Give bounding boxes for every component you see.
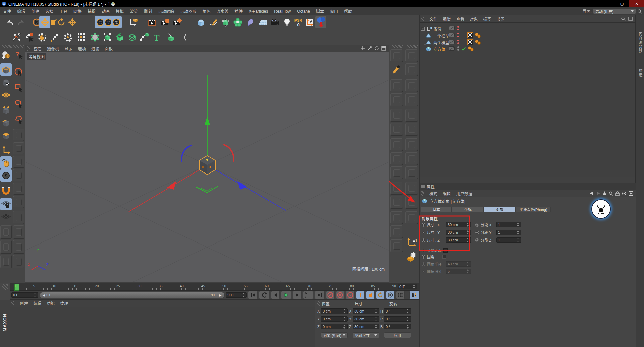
search-icon[interactable] — [609, 191, 613, 196]
menu-realflow[interactable]: RealFlow — [271, 9, 294, 14]
magnet-snap-button[interactable] — [0, 184, 12, 196]
tool-slot[interactable] — [0, 240, 12, 254]
menu-sculpt[interactable]: 雕刻 — [141, 8, 155, 14]
om-menu-edit[interactable]: 编辑 — [443, 16, 451, 22]
segments-z-input[interactable]: 1 — [496, 237, 521, 243]
segments-y-input[interactable]: 1 — [496, 230, 521, 235]
snap-enable-button[interactable]: S — [0, 169, 12, 182]
redo-button[interactable] — [15, 16, 26, 28]
end-frame-field[interactable]: 90 F — [226, 292, 247, 298]
tool-slot[interactable] — [390, 239, 403, 252]
om-menu-tags[interactable]: 标签 — [483, 16, 491, 22]
tool-slot[interactable] — [390, 138, 403, 151]
object-row-model1[interactable]: 一个模型 — [426, 32, 449, 39]
frame-icon[interactable] — [628, 16, 633, 21]
tool-slot[interactable] — [405, 79, 418, 92]
menu-pipeline[interactable]: 流水线 — [213, 8, 231, 14]
tool-slot[interactable] — [390, 49, 403, 62]
size-mode-dropdown[interactable]: 绝对尺寸 — [353, 332, 379, 338]
tool-slot[interactable] — [13, 183, 24, 195]
tool-slot[interactable] — [405, 152, 418, 165]
lasso-selection-button[interactable] — [13, 97, 24, 110]
object-row-cube[interactable]: 立方体 — [426, 46, 445, 52]
menu-octane[interactable]: Octane — [294, 9, 313, 14]
next-frame-button[interactable] — [293, 291, 302, 299]
position-y-input[interactable]: 0 cm — [321, 316, 348, 322]
record-circle[interactable] — [475, 231, 479, 234]
dots-tag-icon[interactable] — [467, 46, 474, 52]
mat-menu-create[interactable]: 创建 — [20, 300, 28, 306]
object-row-backup[interactable]: 0 备份 — [421, 26, 441, 32]
record-circle[interactable] — [422, 238, 425, 242]
editor-visibility-dot[interactable] — [457, 26, 459, 28]
object-name[interactable]: 两个模型 — [433, 40, 449, 45]
axis-mode-button[interactable] — [0, 144, 12, 156]
undo-button[interactable] — [4, 16, 15, 28]
menu-script[interactable]: 脚本 — [313, 8, 327, 14]
tool-slot[interactable] — [405, 49, 418, 62]
tool-slot[interactable] — [390, 211, 403, 224]
layer-swatch[interactable] — [449, 40, 455, 45]
polygons-mode-button[interactable] — [0, 129, 12, 141]
render-visibility-dot[interactable] — [457, 36, 459, 37]
dots-tag-icon[interactable] — [474, 32, 481, 38]
layer-swatch[interactable] — [449, 33, 455, 38]
rotation-p-input[interactable]: 0 ° — [384, 316, 411, 322]
om-menu-object[interactable]: 对象 — [470, 16, 478, 22]
merge-spheres-button[interactable] — [315, 16, 326, 28]
tool-slot[interactable] — [405, 109, 418, 122]
help-tool-button[interactable]: ? — [13, 49, 24, 61]
attr-menu-mode[interactable]: 模式 — [429, 191, 437, 196]
tool-slot[interactable] — [405, 123, 418, 136]
editor-visibility-dot[interactable] — [457, 40, 459, 41]
position-z-input[interactable]: 0 cm — [321, 324, 348, 329]
record-parameter-button[interactable]: P — [386, 291, 395, 299]
tool-slot[interactable] — [405, 196, 418, 209]
texture-tag-icon[interactable] — [467, 39, 473, 45]
play-forward-button[interactable] — [281, 291, 291, 299]
viewport-canvas[interactable]: 等角视图 — [25, 52, 389, 282]
tab-basic[interactable]: 基本 — [421, 207, 452, 212]
apply-button[interactable]: 应用 — [384, 332, 411, 338]
palette-handle[interactable] — [11, 301, 14, 305]
viewport-menu-options[interactable]: 选项 — [78, 46, 86, 51]
record-rotation-button[interactable] — [376, 291, 385, 299]
tool-slot[interactable] — [390, 93, 403, 106]
menu-window[interactable]: 窗口 — [327, 8, 341, 14]
text-tool-icon[interactable]: T — [151, 31, 162, 43]
palette-handle[interactable] — [2, 284, 8, 290]
attr-menu-edit[interactable]: 编辑 — [443, 191, 451, 196]
tool-slot[interactable] — [405, 182, 418, 195]
rotation-b-input[interactable]: 0 ° — [384, 324, 411, 329]
palette-handle[interactable] — [27, 46, 30, 51]
coordinate-system-button[interactable] — [128, 16, 139, 28]
size-y-input[interactable]: 30 cm — [446, 230, 471, 235]
palette-handle[interactable] — [421, 191, 424, 196]
pen-tool-button[interactable] — [390, 63, 403, 76]
record-circle[interactable] — [422, 255, 425, 259]
menu-tools[interactable]: 工具 — [56, 8, 70, 14]
record-scale-button[interactable] — [366, 291, 375, 299]
record-circle[interactable] — [422, 223, 425, 227]
camera-button[interactable] — [269, 16, 280, 28]
back-icon[interactable] — [589, 191, 594, 195]
target-icon[interactable] — [622, 191, 626, 196]
menu-select[interactable]: 选择 — [42, 8, 56, 14]
selection-chain-icon[interactable] — [24, 31, 35, 43]
palette-handle[interactable] — [1, 45, 12, 48]
play-reverse-button[interactable] — [259, 291, 269, 299]
viewport-menu-view[interactable]: 查看 — [34, 46, 42, 51]
scale-axis-button[interactable]: =1 — [405, 236, 418, 249]
record-circle[interactable] — [422, 249, 425, 252]
tool-slot[interactable] — [390, 79, 403, 92]
enable-axis-button[interactable] — [0, 156, 12, 169]
tab-content-browser[interactable]: 内容浏览器 — [638, 32, 643, 54]
mat-menu-texture[interactable]: 纹理 — [60, 300, 68, 306]
tool-slot[interactable] — [13, 129, 24, 141]
render-settings-button[interactable] — [172, 16, 183, 28]
tool-slot[interactable] — [405, 63, 418, 76]
object-name[interactable]: 一个模型 — [433, 33, 449, 39]
mat-menu-edit[interactable]: 编辑 — [33, 300, 41, 306]
texture-mode-button[interactable] — [0, 76, 12, 88]
add-icon[interactable] — [629, 191, 633, 196]
